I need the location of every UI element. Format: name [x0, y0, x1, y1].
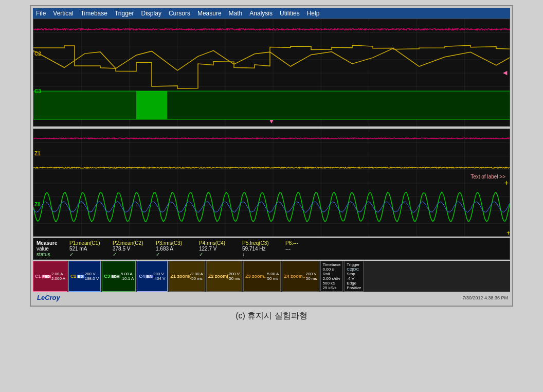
z4-block[interactable]: Z4 zoom.. 200 V 50 ms	[282, 261, 319, 292]
z2-val1: 200 V	[229, 272, 240, 276]
z1-val2: 50 ms	[191, 276, 203, 281]
trigger-state: Stop	[347, 272, 361, 276]
caption: (c) 휴지시 실험파형	[236, 311, 307, 322]
timebase-val5: 25 kS/s	[323, 286, 341, 290]
p1-status: ✓	[69, 252, 111, 257]
z2-block[interactable]: Z2 zoom( 200 V 50 ms	[206, 261, 242, 292]
c3-val1: 5.00 A	[121, 272, 134, 276]
menu-item-trigger[interactable]: Trigger	[115, 10, 134, 17]
p4-value: 122.7 V	[199, 246, 240, 252]
channel-c2-block[interactable]: C2 BD 200 V 198.0 V	[68, 261, 101, 292]
c1-values: 2.00 A 2.000 A	[51, 272, 65, 281]
z2-values: 200 V 50 ms	[229, 272, 240, 281]
z1-values: 2.00 A 50 ms	[191, 272, 203, 281]
lecroy-logo: LeCroy	[35, 293, 62, 302]
p6-value: ---	[285, 246, 327, 252]
z1-label: Z1 zoom(	[171, 274, 191, 279]
c4-label: C4	[139, 274, 145, 279]
channel-c3-block[interactable]: C3 BDA 5.00 A -10.1 A	[102, 261, 136, 292]
c4-values: 200 V -404 V	[153, 272, 166, 281]
menu-item-display[interactable]: Display	[141, 10, 161, 17]
trigger-polarity: Positive	[347, 286, 361, 290]
channel-c1-block[interactable]: C1 FBD 2.00 A 2.000 A	[33, 261, 67, 292]
timebase-block: Timebase 0.00 s Roll 2.00 s/div 500 kS 2…	[320, 261, 343, 292]
p4-status: ✓	[199, 252, 240, 257]
p1-header: P1:mean(C1)	[69, 240, 111, 246]
timebase-label: Timebase	[323, 262, 341, 267]
channel-c4-block[interactable]: C4 BA 200 V -404 V	[137, 261, 167, 292]
z3-values: 5.00 A 50 ms	[267, 272, 279, 281]
trigger-source: C2|DC	[347, 267, 361, 272]
p5-value: 59.714 Hz	[242, 246, 283, 252]
c4-val2: -404 V	[153, 276, 166, 281]
menu-item-measure[interactable]: Measure	[197, 10, 222, 17]
p3-status: ✓	[156, 252, 197, 257]
channel-c3-label: C3	[34, 88, 41, 94]
timestamp: 7/30/2012 4:38:36 PM	[462, 295, 508, 300]
z4-values: 200 V 50 ms	[306, 272, 317, 281]
z1-block[interactable]: Z1 zoom( 2.00 A 50 ms	[169, 261, 205, 292]
c3-badge: BDA	[111, 275, 120, 278]
z4-val1: 200 V	[306, 272, 317, 276]
c2-val1: 200 V	[85, 272, 99, 276]
menu-item-timebase[interactable]: Timebase	[81, 10, 107, 17]
trigger-arrow-bottom: ▼	[268, 118, 275, 125]
menu-item-cursors[interactable]: Cursors	[169, 10, 190, 17]
channel-z1-label: Z1	[34, 151, 41, 156]
c3-label: C3	[104, 274, 110, 279]
z3-block[interactable]: Z3 zoom.. 5.00 A 50 ms	[243, 261, 281, 292]
menu-item-vertical[interactable]: Vertical	[53, 10, 73, 17]
timebase-val4: 500 kS	[323, 281, 341, 286]
p4-header: P4:rms(C4)	[199, 240, 240, 246]
trigger-val: -4 V	[347, 276, 361, 281]
trigger-label: Trigger	[347, 262, 361, 267]
scope-bottom-display: Z1 Z8 Text of label >> +	[33, 129, 510, 237]
timebase-val2: Roll	[323, 272, 341, 276]
c1-badge: FBD	[42, 275, 51, 278]
trigger-block: Trigger C2|DC Stop -4 V Edge Positive	[344, 261, 364, 292]
menu-item-math[interactable]: Math	[229, 10, 243, 17]
timebase-val3: 2.00 s/div	[323, 276, 341, 281]
c2-badge: BD	[77, 275, 84, 278]
c4-val1: 200 V	[153, 272, 166, 276]
text-of-label: Text of label >>	[470, 174, 505, 180]
p3-header: P3:rms(C3)	[156, 240, 197, 246]
timebase-val1: 0.00 s	[323, 267, 341, 272]
p3-value: 1.683 A	[156, 246, 197, 252]
z3-label: Z3 zoom..	[245, 274, 267, 279]
menu-item-analysis[interactable]: Analysis	[249, 10, 273, 17]
measure-status-label: status	[37, 252, 67, 257]
c2-label: C2	[70, 274, 77, 279]
menu-item-utilities[interactable]: Utilities	[280, 10, 300, 17]
oscilloscope-ui: File Vertical Timebase Trigger Display C…	[30, 5, 513, 307]
menu-item-help[interactable]: Help	[307, 10, 320, 17]
p1-value: 521 mA	[69, 246, 111, 252]
z4-val2: 50 ms	[306, 276, 317, 281]
trigger-edge: Edge	[347, 281, 361, 286]
trigger-arrow-right-bottom: +	[504, 179, 509, 187]
c1-val1: 2.00 A	[51, 272, 65, 276]
c2-values: 200 V 198.0 V	[85, 272, 99, 281]
p5-header: P5:freq(C3)	[242, 240, 283, 246]
z4-label: Z4 zoom..	[284, 274, 305, 279]
channel-z8-label: Z8	[34, 202, 41, 207]
p2-header: P2:mean(C2)	[113, 240, 154, 246]
p6-header: P6:---	[285, 240, 327, 246]
channel-c2-label: C2	[34, 51, 41, 57]
c3-values: 5.00 A -10.1 A	[121, 272, 134, 281]
menu-item-file[interactable]: File	[36, 10, 46, 17]
p5-status: ↓	[242, 252, 283, 257]
z3-val1: 5.00 A	[267, 272, 279, 276]
p2-value: 378.5 V	[113, 246, 154, 252]
c2-val2: 198.0 V	[85, 276, 99, 281]
z2-val2: 50 ms	[229, 276, 240, 281]
p2-status: ✓	[113, 252, 154, 257]
z3-val2: 50 ms	[267, 276, 279, 281]
c3-val2: -10.1 A	[121, 276, 134, 281]
z1-val1: 2.00 A	[191, 272, 203, 276]
scope-top-display: C2 C3 ◄ ▼	[33, 19, 510, 127]
measure-title: Measure	[37, 240, 67, 246]
c1-val2: 2.000 A	[51, 276, 65, 281]
channel-info-bar: C1 FBD 2.00 A 2.000 A C2 BD 200 V 198.0 …	[33, 261, 510, 292]
z2-label: Z2 zoom(	[208, 274, 229, 279]
